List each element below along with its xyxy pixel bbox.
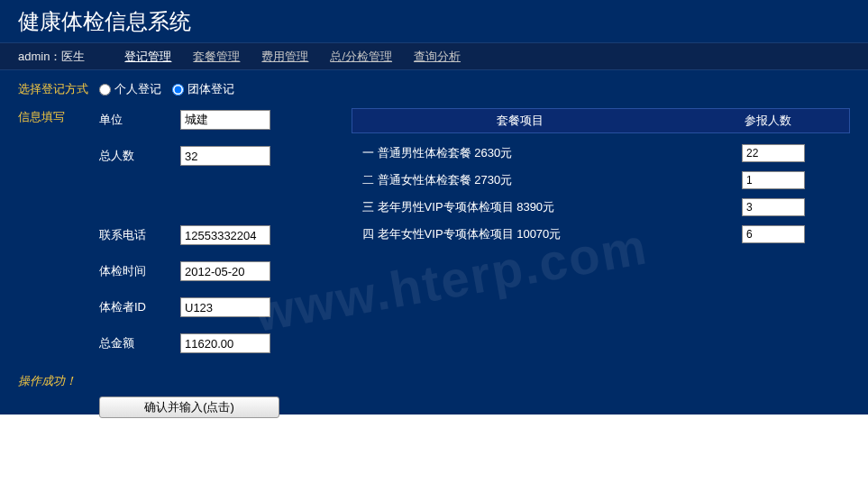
- table-row: 四 老年女性VIP专项体检项目 10070元: [352, 222, 850, 247]
- form-area: 信息填写 单位 总人数 联系电话 体检时间: [18, 108, 850, 368]
- package-table: 套餐项目 参报人数 一 普通男性体检套餐 2630元 二 普通女性体检套餐 27…: [352, 108, 850, 249]
- exam-time-label: 体检时间: [99, 263, 180, 279]
- package-label-4: 四 老年女性VIP专项体检项目 10070元: [352, 226, 688, 242]
- success-message: 操作成功！: [18, 373, 850, 389]
- mode-row: 选择登记方式 个人登记 团体登记: [18, 81, 850, 97]
- package-label-1: 一 普通男性体检套餐 2630元: [352, 145, 688, 161]
- total-amount-label: 总金额: [99, 335, 180, 351]
- app-container: 健康体检信息系统 admin：医生 登记管理 套餐管理 费用管理 总/分检管理 …: [0, 0, 868, 415]
- total-amount-row: 总金额: [99, 332, 343, 355]
- table-row: 一 普通男性体检套餐 2630元: [352, 141, 850, 166]
- examinee-id-input[interactable]: [180, 297, 270, 317]
- unit-input[interactable]: [180, 110, 270, 130]
- nav-package[interactable]: 套餐管理: [193, 49, 240, 65]
- th-package: 套餐项目: [352, 113, 687, 129]
- table-row: 三 老年男性VIP专项体检项目 8390元: [352, 195, 850, 220]
- table-row: 二 普通女性体检套餐 2730元: [352, 168, 850, 193]
- nav-total[interactable]: 总/分检管理: [330, 49, 392, 65]
- table-body: 一 普通男性体检套餐 2630元 二 普通女性体检套餐 2730元 三 老年男性…: [352, 133, 850, 247]
- phone-input[interactable]: [180, 225, 270, 245]
- table-header: 套餐项目 参报人数: [352, 108, 850, 133]
- left-form: 单位 总人数 联系电话 体检时间 体检者ID: [99, 108, 343, 368]
- total-people-label: 总人数: [99, 148, 180, 164]
- header: 健康体检信息系统: [0, 0, 868, 43]
- count-input-4[interactable]: [742, 225, 805, 243]
- count-input-3[interactable]: [742, 198, 805, 216]
- exam-time-input[interactable]: [180, 261, 270, 281]
- radio-group[interactable]: [172, 84, 184, 96]
- content: 选择登记方式 个人登记 团体登记 信息填写 单位: [0, 70, 868, 429]
- count-input-1[interactable]: [742, 144, 805, 162]
- nav-fee[interactable]: 费用管理: [261, 49, 308, 65]
- th-count: 参报人数: [687, 113, 849, 129]
- info-section-col: 信息填写: [18, 108, 99, 125]
- app-title: 健康体检信息系统: [18, 7, 191, 36]
- info-section-label: 信息填写: [18, 110, 65, 123]
- mode-radio-group: 个人登记 团体登记: [99, 81, 242, 97]
- submit-button[interactable]: 确认并输入(点击): [99, 396, 279, 418]
- spacer-row: [99, 180, 343, 211]
- exam-time-row: 体检时间: [99, 260, 343, 283]
- radio-personal-text: 个人登记: [114, 81, 161, 97]
- unit-row: 单位: [99, 108, 343, 132]
- radio-personal[interactable]: [99, 84, 111, 96]
- package-label-3: 三 老年男性VIP专项体检项目 8390元: [352, 199, 688, 215]
- count-input-2[interactable]: [742, 171, 805, 189]
- phone-row: 联系电话: [99, 223, 343, 247]
- nav-bar: admin：医生 登记管理 套餐管理 费用管理 总/分检管理 查询分析: [0, 43, 868, 70]
- mode-label: 选择登记方式: [18, 81, 99, 97]
- radio-group-label[interactable]: 团体登记: [172, 81, 234, 97]
- phone-label: 联系电话: [99, 227, 180, 243]
- package-label-2: 二 普通女性体检套餐 2730元: [352, 172, 688, 188]
- examinee-id-label: 体检者ID: [99, 299, 180, 315]
- total-people-row: 总人数: [99, 144, 343, 168]
- user-info: admin：医生: [18, 49, 85, 65]
- examinee-id-row: 体检者ID: [99, 296, 343, 319]
- radio-personal-label[interactable]: 个人登记: [99, 81, 161, 97]
- nav-register[interactable]: 登记管理: [124, 49, 171, 65]
- total-amount-input[interactable]: [180, 333, 270, 353]
- radio-group-text: 团体登记: [187, 81, 234, 97]
- total-people-input[interactable]: [180, 146, 270, 166]
- nav-query[interactable]: 查询分析: [414, 49, 461, 65]
- unit-label: 单位: [99, 112, 180, 128]
